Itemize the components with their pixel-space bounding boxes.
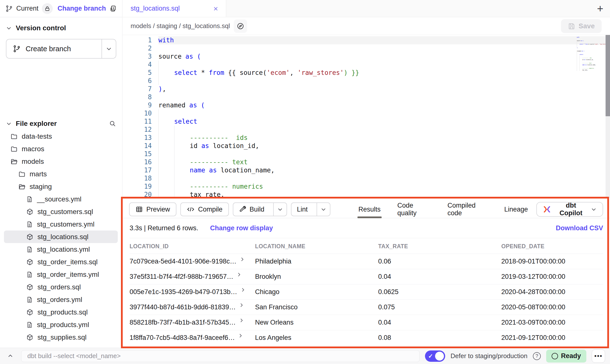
version-control-title: Version control [16,24,66,32]
folder-icon [10,133,18,140]
file-name: macros [22,145,44,153]
file-tree-item-marts[interactable]: marts [4,168,118,180]
defer-toggle[interactable]: ✓ [425,350,445,362]
panel-tab-compiled-code[interactable]: Compiled code [439,201,496,218]
file-tree-item-macros[interactable]: macros [4,143,118,155]
lint-button[interactable]: Lint [291,206,313,213]
search-icon[interactable] [109,120,116,127]
file-tree-item-stg-locations-sql[interactable]: stg_locations.sql [4,231,118,243]
file-name: __sources.yml [37,195,82,203]
code-line-5: 5 select * from {{ source('ecom', 'raw_s… [123,69,610,77]
lock-icon [44,6,50,12]
file-tree-item-stg-order-items-sql[interactable]: stg_order_items.sql [4,256,118,268]
close-icon[interactable]: × [213,5,218,13]
preview-button[interactable]: Preview [129,202,176,216]
expand-cell-icon[interactable] [239,318,244,323]
code-editor[interactable]: 1with23source as (45 select * from {{ so… [123,35,610,198]
save-button[interactable]: Save [561,19,602,33]
file-tree-item-stg-products-yml[interactable]: stg_products.yml [4,318,118,331]
breadcrumb: models / staging / stg_locations.sql [131,22,230,30]
cell-location-id: 1f8ffa70-7cb5-4d83-8a7f-9aceef6… [130,334,235,342]
file-name: staging [30,183,52,191]
dbt-copilot-label: dbt Copilot [555,202,587,217]
expand-cell-icon[interactable] [236,272,242,277]
expand-cell-icon[interactable] [240,287,246,293]
expand-cell-icon[interactable] [239,302,244,308]
editor-scrollbar-thumb[interactable] [606,35,610,116]
file-tree-item-stg-customers-sql[interactable]: stg_customers.sql [4,205,118,218]
column-header-opened_date: OPENED_DATE [501,238,603,254]
create-branch-button[interactable]: Create branch [6,39,116,59]
chevron-up-icon[interactable] [5,353,16,360]
panel-tab-code-quality[interactable]: Code quality [389,201,439,218]
editor-pane: stg_locations.sql × + models / staging /… [123,0,610,348]
code-line-8: 8 [123,93,610,101]
panel-tab-lineage[interactable]: Lineage [496,201,536,218]
build-button[interactable]: Build [233,206,270,213]
expand-cell-icon[interactable] [238,333,243,338]
cell-tax-rate: 0.06 [378,254,501,269]
cell-location-name: Chicago [255,284,378,300]
new-tab-button[interactable]: + [590,0,610,17]
create-branch-main[interactable]: Create branch [6,39,102,58]
model-icon [26,334,34,341]
cell-location-id: 37e5f311-b7f4-4f2f-988b-719657… [130,273,233,281]
file-tree-item-staging[interactable]: staging [4,180,118,193]
code-line-10: 10 [123,109,610,117]
cell-location-id: 3977f440-b87d-461b-9dd6-81839… [130,303,236,311]
code-text: tax_rate, [158,191,610,198]
panel-tab-results[interactable]: Results [350,201,389,218]
tab-stg-locations[interactable]: stg_locations.sql × [123,0,226,17]
build-split-button[interactable]: Build [233,202,287,216]
cell-tax-rate: 0.04 [378,269,501,284]
lint-dropdown[interactable] [317,203,330,216]
build-dropdown[interactable] [273,203,287,216]
compile-button[interactable]: Compile [180,202,229,216]
file-tree-item-models[interactable]: models [4,155,118,168]
file-name: stg_customers.yml [37,220,94,228]
file-icon [26,321,33,329]
change-row-display-link[interactable]: Change row display [210,224,273,232]
file-tree-item-stg-products-sql[interactable]: stg_products.sql [4,306,118,318]
more-options-button[interactable]: ••• [592,349,605,363]
file-tree-item-stg-orders-yml[interactable]: stg_orders.yml [4,293,118,306]
compass-button[interactable] [234,19,247,33]
file-tree-item-stg-supplies-sql[interactable]: stg_supplies.sql [4,331,118,344]
file-explorer-header[interactable]: File explorer [4,118,122,129]
file-name: stg_order_items.sql [37,258,98,266]
file-tree-item-stg-orders-sql[interactable]: stg_orders.sql [4,281,118,293]
change-branch-link[interactable]: Change branch [57,5,106,12]
file-tree-item-stg-order-items-yml[interactable]: stg_order_items.yml [4,268,118,281]
code-text [158,174,610,182]
code-line-11: 11 select [123,117,610,126]
file-icon [26,271,33,278]
line-number: 9 [123,101,152,109]
code-text: name as location_name, [158,166,610,174]
code-text: select [158,117,610,126]
line-number: 7 [123,85,152,93]
download-csv-link[interactable]: Download CSV [556,224,603,232]
version-control-header[interactable]: Version control [4,23,118,33]
dbt-copilot-logo-icon [543,205,551,214]
code-text: ---------- numerics [158,182,610,191]
create-branch-dropdown[interactable] [102,39,116,58]
file-tree-item--sources-yml[interactable]: __sources.yml [4,193,118,205]
dbt-copilot-button[interactable]: dbt Copilot [536,202,603,217]
file-name: stg_locations.sql [37,233,88,241]
copy-icon[interactable] [109,5,117,12]
help-icon[interactable]: ? [533,352,541,360]
expand-cell-icon[interactable] [239,257,245,262]
code-line-13: 13 ---------- ids [123,134,610,142]
dbt-command-input[interactable] [21,350,420,362]
code-line-6: 6 [123,77,610,85]
branch-lock-badge [42,3,53,14]
status-label: Ready [561,352,581,360]
file-tree-item-stg-locations-yml[interactable]: stg_locations.yml [4,243,118,256]
file-tree-item-stg-customers-yml[interactable]: stg_customers.yml [4,218,118,231]
line-number: 13 [123,134,152,142]
cell-location-name: New Orleans [255,315,378,330]
chevron-down-icon [277,206,283,212]
lint-split-button[interactable]: Lint [291,202,330,216]
cell-tax-rate: 0.08 [378,330,501,346]
file-tree-item-data-tests[interactable]: data-tests [4,130,118,143]
